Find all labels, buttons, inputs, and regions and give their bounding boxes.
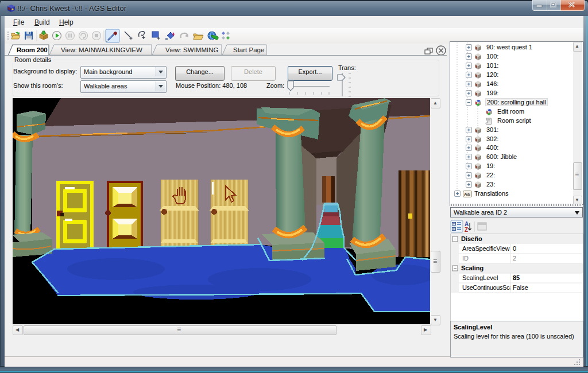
svg-text:Aá: Aá bbox=[464, 192, 470, 197]
svg-text:Z: Z bbox=[465, 227, 468, 233]
